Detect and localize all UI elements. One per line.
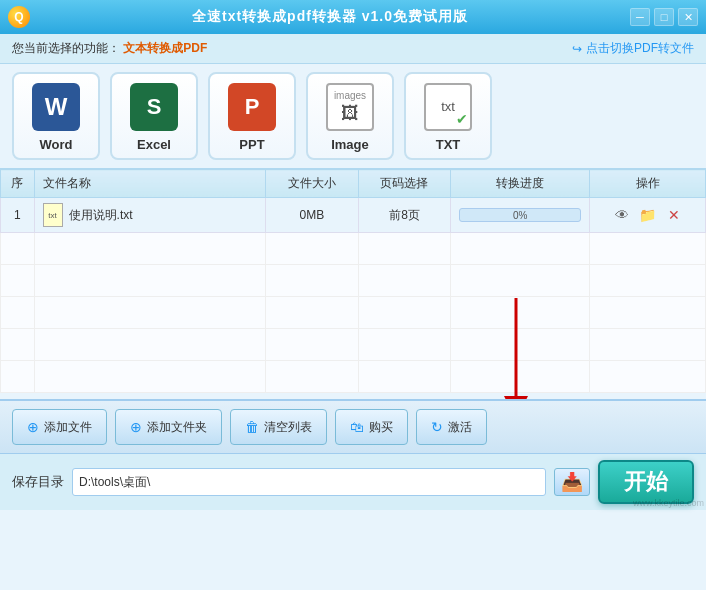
clear-icon: 🗑 (245, 419, 259, 435)
file-table: 序 文件名称 文件大小 页码选择 转换进度 操作 1 txt 使用说明.txt (0, 169, 706, 393)
empty-row (1, 297, 706, 329)
row-ops: 👁 📁 ✕ (590, 198, 706, 233)
image-label: Image (331, 137, 369, 152)
ppt-label: PPT (239, 137, 264, 152)
save-row: 保存目录 📥 开始 www.kkeytile.com (0, 453, 706, 510)
row-seq: 1 (1, 198, 35, 233)
watermark: www.kkeytile.com (633, 498, 704, 508)
excel-icon: S (128, 81, 180, 133)
file-table-area: 序 文件名称 文件大小 页码选择 转换进度 操作 1 txt 使用说明.txt (0, 169, 706, 399)
format-word[interactable]: W Word (12, 72, 100, 160)
ops-icons: 👁 📁 ✕ (598, 205, 697, 225)
col-header-progress: 转换进度 (451, 170, 590, 198)
title-bar: Q 全速txt转换成pdf转换器 v1.0免费试用版 ─ □ ✕ (0, 0, 706, 34)
window-controls: ─ □ ✕ (630, 8, 698, 26)
format-excel[interactable]: S Excel (110, 72, 198, 160)
excel-label: Excel (137, 137, 171, 152)
save-label: 保存目录 (12, 473, 64, 491)
row-filename: txt 使用说明.txt (34, 198, 266, 233)
arrow-icon: ↪ (572, 42, 582, 56)
empty-row (1, 361, 706, 393)
delete-icon[interactable]: ✕ (664, 205, 684, 225)
empty-row (1, 233, 706, 265)
add-folder-button[interactable]: ⊕ 添加文件夹 (115, 409, 222, 445)
row-pages: 前8页 (358, 198, 451, 233)
buy-icon: 🛍 (350, 419, 364, 435)
folder-icon: 📥 (561, 471, 583, 493)
format-ppt[interactable]: P PPT (208, 72, 296, 160)
col-header-ops: 操作 (590, 170, 706, 198)
txt-icon: txt ✔ (422, 81, 474, 133)
image-icon: images 🖼 (324, 81, 376, 133)
file-icon: txt (43, 203, 63, 227)
col-header-seq: 序 (1, 170, 35, 198)
window-title: 全速txt转换成pdf转换器 v1.0免费试用版 (30, 8, 630, 26)
save-path-input[interactable] (72, 468, 546, 496)
col-header-name: 文件名称 (34, 170, 266, 198)
switch-mode-button[interactable]: ↪ 点击切换PDF转文件 (572, 40, 694, 57)
clear-list-button[interactable]: 🗑 清空列表 (230, 409, 327, 445)
open-folder-icon[interactable]: 📁 (638, 205, 658, 225)
maximize-button[interactable]: □ (654, 8, 674, 26)
minimize-button[interactable]: ─ (630, 8, 650, 26)
format-bar: W Word S Excel P PPT images 🖼 Image (0, 64, 706, 169)
empty-row (1, 329, 706, 361)
progress-bar: 0% (459, 208, 581, 222)
ppt-icon: P (226, 81, 278, 133)
close-button[interactable]: ✕ (678, 8, 698, 26)
table-row: 1 txt 使用说明.txt 0MB 前8页 0% (1, 198, 706, 233)
empty-row (1, 265, 706, 297)
subtitle-bar: 您当前选择的功能： 文本转换成PDF ↪ 点击切换PDF转文件 (0, 34, 706, 64)
preview-icon[interactable]: 👁 (612, 205, 632, 225)
col-header-pages: 页码选择 (358, 170, 451, 198)
save-folder-button[interactable]: 📥 (554, 468, 590, 496)
buy-button[interactable]: 🛍 购买 (335, 409, 408, 445)
txt-label: TXT (436, 137, 461, 152)
format-txt[interactable]: txt ✔ TXT (404, 72, 492, 160)
app-logo: Q (8, 6, 30, 28)
row-size: 0MB (266, 198, 359, 233)
add-folder-icon: ⊕ (130, 419, 142, 435)
current-function-label: 您当前选择的功能： 文本转换成PDF (12, 40, 207, 57)
add-file-icon: ⊕ (27, 419, 39, 435)
format-image[interactable]: images 🖼 Image (306, 72, 394, 160)
activate-button[interactable]: ↻ 激活 (416, 409, 487, 445)
activate-icon: ↻ (431, 419, 443, 435)
word-label: Word (40, 137, 73, 152)
app-window: Q 全速txt转换成pdf转换器 v1.0免费试用版 ─ □ ✕ 您当前选择的功… (0, 0, 706, 510)
row-progress: 0% (451, 198, 590, 233)
word-icon: W (30, 81, 82, 133)
progress-text: 0% (460, 209, 580, 221)
col-header-size: 文件大小 (266, 170, 359, 198)
bottom-bar: ⊕ 添加文件 ⊕ 添加文件夹 🗑 清空列表 🛍 购买 ↻ 激活 (0, 399, 706, 453)
add-file-button[interactable]: ⊕ 添加文件 (12, 409, 107, 445)
